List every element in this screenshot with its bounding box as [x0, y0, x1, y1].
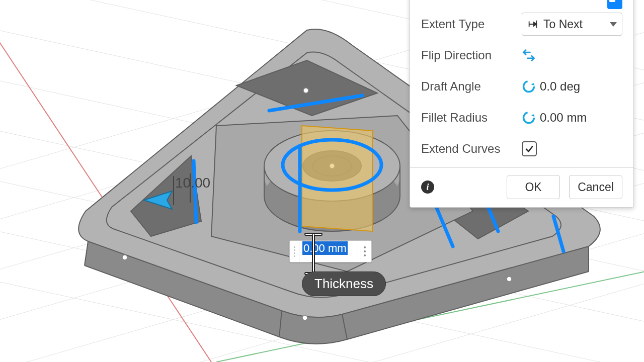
thickness-input[interactable]: 0.00 mm [299, 242, 358, 261]
svg-line-16 [216, 266, 644, 362]
svg-point-20 [303, 151, 361, 181]
extent-type-dropdown[interactable]: To Next [522, 13, 622, 36]
thickness-tooltip: Thickness [302, 272, 386, 296]
svg-point-33 [507, 277, 512, 282]
extent-type-value: To Next [543, 18, 605, 31]
input-menu-icon[interactable] [358, 241, 371, 262]
dimension-value-label: 10.00 [175, 175, 210, 191]
drag-grip-icon[interactable] [290, 241, 299, 262]
svg-point-22 [330, 163, 335, 168]
draft-angle-label: Draft Angle [421, 79, 522, 94]
to-next-icon [527, 19, 538, 30]
ok-button[interactable]: OK [507, 175, 560, 199]
extent-type-label: Extent Type [421, 17, 522, 31]
info-icon[interactable]: i [421, 180, 434, 194]
extend-curves-label: Extend Curves [421, 142, 522, 156]
svg-line-29 [553, 216, 564, 251]
svg-point-31 [122, 255, 127, 260]
draft-angle-spinner-icon[interactable] [522, 79, 536, 94]
svg-point-17 [264, 161, 400, 231]
svg-point-21 [313, 156, 351, 176]
flip-direction-label: Flip Direction [421, 48, 522, 62]
thickness-input-container[interactable]: 0.00 mm [289, 240, 372, 262]
fillet-radius-spinner-icon[interactable] [522, 111, 536, 125]
selection-toggle-icon[interactable] [607, 0, 622, 9]
svg-point-37 [524, 113, 534, 123]
svg-line-25 [269, 96, 362, 111]
extend-curves-checkbox[interactable] [522, 141, 537, 156]
fillet-radius-label: Fillet Radius [421, 111, 522, 125]
fillet-radius-value[interactable]: 0.00 mm [540, 111, 587, 125]
svg-line-26 [194, 161, 196, 222]
svg-point-30 [303, 88, 308, 93]
chevron-down-icon [610, 22, 617, 27]
svg-point-32 [302, 315, 307, 320]
svg-point-19 [303, 151, 361, 181]
cancel-button[interactable]: Cancel [569, 175, 622, 199]
svg-point-36 [524, 81, 534, 92]
flip-direction-button[interactable] [522, 48, 536, 62]
svg-point-23 [283, 140, 381, 190]
draft-angle-value[interactable]: 0.0 deg [540, 79, 580, 94]
svg-point-18 [264, 131, 400, 201]
feature-panel: Extent Type To Next Flip Direction Dra [410, 0, 634, 208]
